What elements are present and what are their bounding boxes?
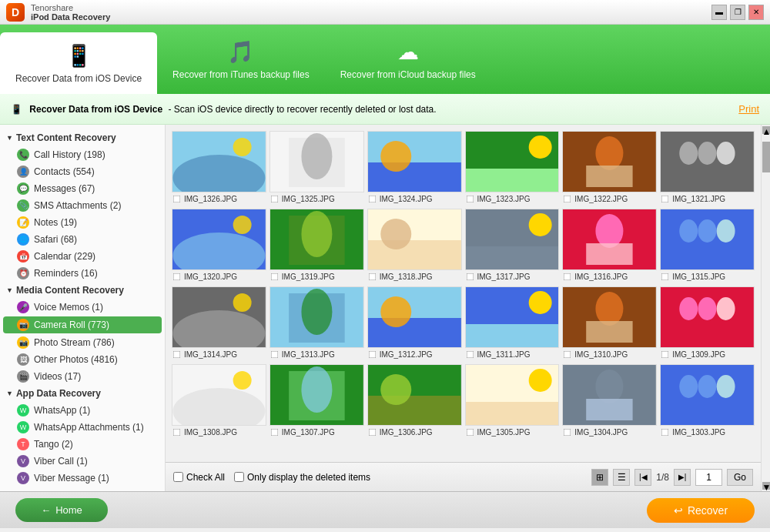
- photo-checkbox[interactable]: [466, 273, 474, 281]
- display-deleted-label[interactable]: Only display the deleted items: [234, 472, 370, 483]
- sidebar-item-photo-stream[interactable]: 📸 Photo Stream (786): [0, 334, 165, 351]
- svg-rect-71: [587, 399, 633, 420]
- photo-label: IMG_1316.JPG: [562, 270, 657, 283]
- tab-icloud-backup[interactable]: ☁ Recover from iCloud backup files: [325, 25, 491, 94]
- photo-checkbox[interactable]: [368, 351, 376, 359]
- sidebar-item-contacts[interactable]: 👤 Contacts (554): [0, 163, 165, 180]
- check-all-checkbox[interactable]: [173, 472, 183, 482]
- photo-item-img1305[interactable]: IMG_1305.JPG: [465, 364, 560, 439]
- list-view-button[interactable]: ☰: [613, 469, 630, 486]
- photo-item-img1325[interactable]: IMG_1325.JPG: [270, 131, 364, 206]
- print-link[interactable]: Print: [738, 103, 759, 115]
- display-deleted-checkbox[interactable]: [234, 472, 244, 482]
- last-page-button[interactable]: ▶|: [674, 469, 691, 486]
- check-all-label[interactable]: Check All: [173, 472, 225, 483]
- first-page-button[interactable]: |◀: [634, 469, 651, 486]
- photo-checkbox[interactable]: [661, 351, 669, 359]
- tab-ios-device[interactable]: 📱 Recover Data from iOS Device: [0, 32, 157, 94]
- page-number-input[interactable]: [695, 469, 722, 486]
- sidebar-item-safari[interactable]: 🌐 Safari (68): [0, 231, 165, 248]
- sidebar-item-whatsapp[interactable]: W WhatsApp (1): [0, 402, 165, 419]
- sidebar-item-viber-call[interactable]: V Viber Call (1): [0, 453, 165, 470]
- photo-label: IMG_1308.JPG: [172, 426, 266, 439]
- photo-item-img1308[interactable]: IMG_1308.JPG: [172, 364, 266, 439]
- photo-checkbox[interactable]: [466, 351, 474, 359]
- photo-checkbox[interactable]: [564, 196, 571, 203]
- photo-checkbox[interactable]: [173, 429, 181, 437]
- photo-checkbox[interactable]: [368, 429, 376, 437]
- photo-item-img1304[interactable]: IMG_1304.JPG: [562, 364, 657, 439]
- sidebar-item-call-history[interactable]: 📞 Call History (198): [0, 146, 165, 163]
- photo-checkbox[interactable]: [270, 273, 278, 281]
- svg-rect-64: [368, 396, 461, 426]
- photo-item-img1318[interactable]: IMG_1318.JPG: [367, 209, 462, 283]
- sidebar-item-camera-roll[interactable]: 📷 Camera Roll (773): [3, 316, 162, 333]
- photo-item-img1310[interactable]: IMG_1310.JPG: [562, 286, 657, 361]
- maximize-button[interactable]: ❐: [730, 5, 745, 20]
- sidebar-item-voice-memos[interactable]: 🎤 Voice Memos (1): [0, 299, 165, 316]
- sidebar-item-other-photos[interactable]: 🖼 Other Photos (4816): [0, 351, 165, 368]
- sidebar-item-sms-attachments[interactable]: 📎 SMS Attachments (2): [0, 197, 165, 214]
- home-button[interactable]: ← Home: [15, 498, 108, 522]
- photo-checkbox[interactable]: [270, 429, 278, 437]
- photo-checkbox[interactable]: [564, 429, 571, 437]
- photo-checkbox[interactable]: [661, 429, 669, 437]
- photo-checkbox[interactable]: [173, 196, 181, 203]
- videos-label: Videos (17): [34, 371, 81, 382]
- photo-checkbox[interactable]: [466, 429, 474, 437]
- photo-checkbox[interactable]: [270, 196, 278, 203]
- photo-item-img1319[interactable]: IMG_1319.JPG: [270, 209, 364, 283]
- recover-button[interactable]: ↩ Recover: [647, 498, 755, 523]
- go-button[interactable]: Go: [727, 469, 753, 486]
- photo-item-img1324[interactable]: IMG_1324.JPG: [367, 131, 462, 206]
- sidebar-item-videos[interactable]: 🎬 Videos (17): [0, 368, 165, 385]
- photo-item-img1314[interactable]: IMG_1314.JPG: [172, 286, 266, 361]
- photo-item-img1317[interactable]: IMG_1317.JPG: [465, 209, 560, 283]
- sidebar-item-tango[interactable]: T Tango (2): [0, 436, 165, 453]
- photo-item-img1326[interactable]: IMG_1326.JPG: [172, 131, 266, 206]
- sidebar-item-messages[interactable]: 💬 Messages (67): [0, 180, 165, 197]
- sidebar-item-whatsapp-attachments[interactable]: W WhatsApp Attachments (1): [0, 419, 165, 436]
- photo-thumbnail: [172, 209, 266, 270]
- photo-item-img1312[interactable]: IMG_1312.JPG: [367, 286, 462, 361]
- photo-item-img1323[interactable]: IMG_1323.JPG: [465, 131, 560, 206]
- sidebar-item-reminders[interactable]: ⏰ Reminders (16): [0, 265, 165, 282]
- photo-item-img1321[interactable]: IMG_1321.JPG: [660, 131, 755, 206]
- photo-item-img1313[interactable]: IMG_1313.JPG: [270, 286, 364, 361]
- photo-item-img1315[interactable]: IMG_1315.JPG: [660, 209, 755, 283]
- photo-checkbox[interactable]: [173, 273, 181, 281]
- minimize-button[interactable]: ▬: [711, 5, 727, 20]
- photo-checkbox[interactable]: [368, 273, 376, 281]
- scroll-up[interactable]: ▲: [762, 126, 770, 134]
- photo-item-img1309[interactable]: IMG_1309.JPG: [660, 286, 755, 361]
- tab-itunes-backup[interactable]: 🎵 Recover from iTunes backup files: [157, 25, 325, 94]
- photo-item-img1307[interactable]: IMG_1307.JPG: [270, 364, 364, 439]
- scroll-down[interactable]: ▼: [762, 482, 770, 490]
- sidebar-item-viber-message[interactable]: V Viber Message (1): [0, 470, 165, 487]
- photo-item-img1306[interactable]: IMG_1306.JPG: [367, 364, 462, 439]
- scroll-track: [762, 134, 770, 482]
- sidebar-item-calendar[interactable]: 📅 Calendar (229): [0, 248, 165, 265]
- photo-item-img1320[interactable]: IMG_1320.JPG: [172, 209, 266, 283]
- photo-item-img1311[interactable]: IMG_1311.JPG: [465, 286, 560, 361]
- photo-checkbox[interactable]: [661, 273, 669, 281]
- photo-checkbox[interactable]: [173, 351, 181, 359]
- scroll-thumb[interactable]: [762, 142, 770, 172]
- sidebar-item-notes[interactable]: 📝 Notes (19): [0, 214, 165, 231]
- photo-item-img1303[interactable]: IMG_1303.JPG: [660, 364, 755, 439]
- scrollbar[interactable]: ▲ ▼: [761, 125, 770, 491]
- svg-point-40: [233, 293, 252, 312]
- voice-memos-label: Voice Memos (1): [34, 302, 103, 313]
- photo-checkbox[interactable]: [466, 196, 474, 203]
- photo-area: IMG_1326.JPG IMG_1325.JPG IMG_1324.JPG: [166, 125, 761, 491]
- photo-item-img1316[interactable]: IMG_1316.JPG: [562, 209, 657, 283]
- grid-view-button[interactable]: ⊞: [591, 469, 608, 486]
- photo-item-img1322[interactable]: IMG_1322.JPG: [562, 131, 657, 206]
- photo-checkbox[interactable]: [661, 196, 669, 203]
- photo-checkbox[interactable]: [368, 196, 376, 203]
- close-button[interactable]: ✕: [748, 5, 764, 20]
- photo-checkbox[interactable]: [564, 273, 571, 281]
- photo-checkbox[interactable]: [564, 351, 571, 359]
- photo-checkbox[interactable]: [270, 351, 278, 359]
- svg-point-11: [528, 136, 551, 159]
